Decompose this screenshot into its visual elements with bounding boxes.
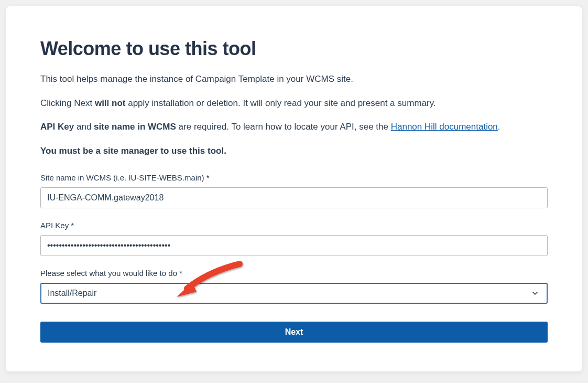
next-button[interactable]: Next <box>40 322 548 343</box>
action-select[interactable]: Install/Repair <box>40 283 548 304</box>
site-name-field: Site name in WCMS (i.e. IU-SITE-WEBS.mai… <box>40 173 548 208</box>
intro-text: This tool helps manage the instance of C… <box>40 72 548 157</box>
api-key-field: API Key * <box>40 221 548 256</box>
form: Site name in WCMS (i.e. IU-SITE-WEBS.mai… <box>40 173 548 343</box>
intro-line-4: You must be a site manager to use this t… <box>40 144 548 158</box>
site-name-input[interactable] <box>40 187 548 208</box>
intro-line-3: API Key and site name in WCMS are requir… <box>40 120 548 134</box>
chevron-down-icon <box>530 288 540 299</box>
site-name-label: Site name in WCMS (i.e. IU-SITE-WEBS.mai… <box>40 173 548 182</box>
action-field: Please select what you would like to do … <box>40 269 548 304</box>
action-select-value: Install/Repair <box>48 289 530 298</box>
action-label: Please select what you would like to do … <box>40 269 548 278</box>
api-key-label: API Key * <box>40 221 548 230</box>
intro-line-1: This tool helps manage the instance of C… <box>40 72 548 86</box>
intro-line-2: Clicking Next will not apply installatio… <box>40 97 548 110</box>
main-card: Welcome to use this tool This tool helps… <box>6 6 582 371</box>
api-key-input[interactable] <box>40 235 548 256</box>
page-title: Welcome to use this tool <box>40 38 548 60</box>
documentation-link[interactable]: Hannon Hill documentation <box>391 122 498 132</box>
